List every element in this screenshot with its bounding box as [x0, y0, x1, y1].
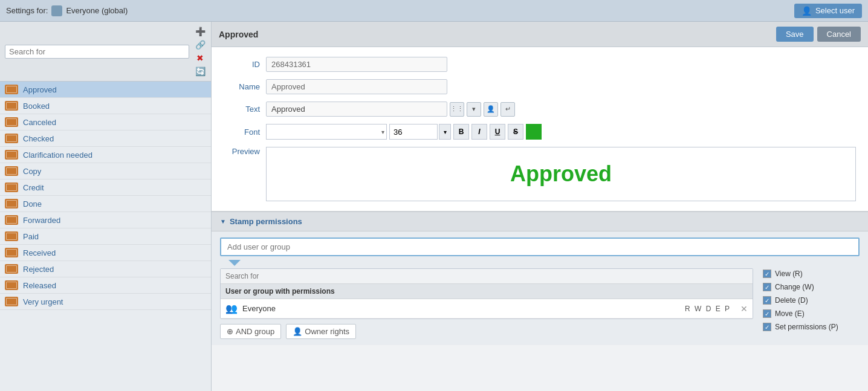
sidebar-item[interactable]: Rejected	[0, 261, 211, 277]
check-icon: ✓	[765, 311, 769, 317]
stamp-icon	[5, 231, 18, 241]
sidebar-item-label: Received	[23, 248, 56, 257]
delete-item-button[interactable]: ✖	[194, 52, 206, 64]
sidebar-item[interactable]: Received	[0, 245, 211, 261]
sidebar-item[interactable]: Done	[0, 196, 211, 212]
add-user-input[interactable]	[220, 238, 860, 256]
sidebar-item[interactable]: Released	[0, 277, 211, 294]
select-user-button[interactable]: 👤 Select user	[794, 4, 862, 18]
remove-user-button[interactable]: ✕	[740, 304, 748, 314]
panel-actions: Save Cancel	[776, 27, 861, 42]
checkbox[interactable]: ✓	[763, 283, 771, 291]
and-group-label: AND group	[236, 327, 274, 336]
strikethrough-button[interactable]: S	[508, 124, 523, 140]
sidebar-item-label: Canceled	[23, 118, 56, 127]
checkbox[interactable]: ✓	[763, 270, 771, 278]
font-select[interactable]	[266, 124, 387, 140]
owner-rights-icon: 👤	[293, 327, 302, 336]
and-group-button[interactable]: ⊕ AND group	[220, 324, 281, 339]
italic-button[interactable]: I	[471, 124, 487, 140]
font-label: Font	[224, 128, 260, 137]
sidebar-item-label: Done	[23, 199, 42, 208]
sidebar-item[interactable]: Very urgent	[0, 294, 211, 310]
sidebar-toolbar: ➕ 🔗 ✖ 🔄	[0, 22, 211, 82]
color-button[interactable]	[526, 124, 542, 140]
everyone-icon	[51, 5, 62, 16]
underline-button[interactable]: U	[490, 124, 505, 140]
sidebar-item-label: Very urgent	[23, 297, 63, 306]
bold-button[interactable]: B	[453, 124, 469, 140]
sidebar-item[interactable]: Canceled	[0, 114, 211, 131]
sidebar-list: Approved Booked Canceled Checked Clarifi…	[0, 82, 211, 391]
permissions-left: User or group with permissions 👥 Everyon…	[220, 268, 753, 339]
checkbox-label: View (R)	[775, 270, 803, 278]
sidebar-item[interactable]: Booked	[0, 98, 211, 114]
return-btn[interactable]: ↵	[500, 102, 515, 117]
dropdown-btn[interactable]: ▾	[467, 102, 481, 117]
user-search-dropdown: User or group with permissions 👥 Everyon…	[220, 268, 753, 319]
settings-label-area: Settings for: Everyone (global)	[6, 5, 128, 16]
user-fill-btn[interactable]: 👤	[484, 102, 498, 117]
sidebar-item[interactable]: Checked	[0, 131, 211, 147]
stamp-icon	[5, 215, 18, 225]
grid-btn[interactable]: ⋮⋮	[450, 102, 464, 117]
sidebar-item[interactable]: Clarification needed	[0, 147, 211, 163]
stamp-icon	[5, 134, 18, 143]
sidebar-item[interactable]: Approved	[0, 82, 211, 98]
top-bar: Settings for: Everyone (global) 👤 Select…	[0, 0, 868, 22]
bottom-row: ⊕ AND group 👤 Owner rights	[220, 324, 753, 339]
size-dropdown-arrow: ▾	[439, 124, 451, 140]
save-button[interactable]: Save	[776, 27, 814, 42]
check-icon: ✓	[765, 324, 769, 331]
user-search-input[interactable]	[221, 269, 753, 284]
stamp-icon	[5, 199, 18, 208]
stamp-icon	[5, 183, 18, 192]
add-group-button[interactable]: 🔗	[194, 39, 206, 51]
stamp-icon	[5, 166, 18, 176]
id-field[interactable]	[266, 57, 447, 72]
everyone-user-row: 👥 Everyone R W D E P ✕	[221, 299, 753, 318]
permissions-section: ▼ Stamp permissions User or group with p…	[212, 212, 868, 345]
main-layout: ➕ 🔗 ✖ 🔄 Approved Booked Canceled Checked…	[0, 22, 868, 391]
font-size-field[interactable]	[389, 124, 438, 140]
checkbox-row: ✓ Move (E)	[763, 309, 860, 318]
text-field[interactable]	[266, 102, 447, 117]
owner-rights-button[interactable]: 👤 Owner rights	[286, 324, 356, 339]
sidebar-item[interactable]: Paid	[0, 228, 211, 245]
right-panel: Approved Save Cancel ID Name Text	[212, 22, 868, 391]
name-label: Name	[224, 82, 260, 91]
preview-text: Approved	[510, 161, 612, 187]
permission-letters: R W D E P	[685, 305, 731, 313]
sidebar-item[interactable]: Copy	[0, 163, 211, 179]
checkbox-row: ✓ Set permissions (P)	[763, 323, 860, 331]
permissions-checkboxes: ✓ View (R) ✓ Change (W) ✓ Delete (D) ✓ M…	[763, 268, 860, 339]
checkbox-row: ✓ Delete (D)	[763, 296, 860, 305]
user-group-header: User or group with permissions	[221, 284, 753, 299]
permissions-inner: User or group with permissions 👥 Everyon…	[220, 268, 860, 339]
preview-label: Preview	[224, 147, 260, 156]
checkbox[interactable]: ✓	[763, 296, 771, 305]
chevron-icon: ▼	[220, 218, 226, 225]
add-item-button[interactable]: ➕	[194, 25, 206, 37]
checkbox[interactable]: ✓	[763, 323, 771, 331]
stamp-icon	[5, 150, 18, 160]
refresh-button[interactable]: 🔄	[194, 65, 206, 77]
size-input-wrapper	[389, 124, 438, 140]
form-area: ID Name Text ⋮⋮ ▾ 👤 ↵ Fon	[212, 47, 868, 212]
permissions-header[interactable]: ▼ Stamp permissions	[212, 212, 868, 231]
sidebar-search-input[interactable]	[5, 45, 189, 59]
name-field[interactable]	[266, 79, 447, 94]
user-icon: 👤	[802, 6, 812, 16]
panel-title: Approved	[219, 30, 258, 39]
sidebar-item-label: Rejected	[23, 265, 54, 274]
text-label: Text	[224, 105, 260, 114]
checkbox[interactable]: ✓	[763, 309, 771, 318]
sidebar-item-label: Booked	[23, 102, 50, 111]
checkbox-row: ✓ Change (W)	[763, 283, 860, 291]
cancel-button[interactable]: Cancel	[817, 27, 861, 42]
preview-box: Approved	[266, 147, 856, 201]
sidebar-item[interactable]: Forwarded	[0, 212, 211, 228]
sidebar-item[interactable]: Credit	[0, 179, 211, 196]
stamp-icon	[5, 85, 18, 94]
dropdown-arrow-indicator	[228, 260, 241, 266]
